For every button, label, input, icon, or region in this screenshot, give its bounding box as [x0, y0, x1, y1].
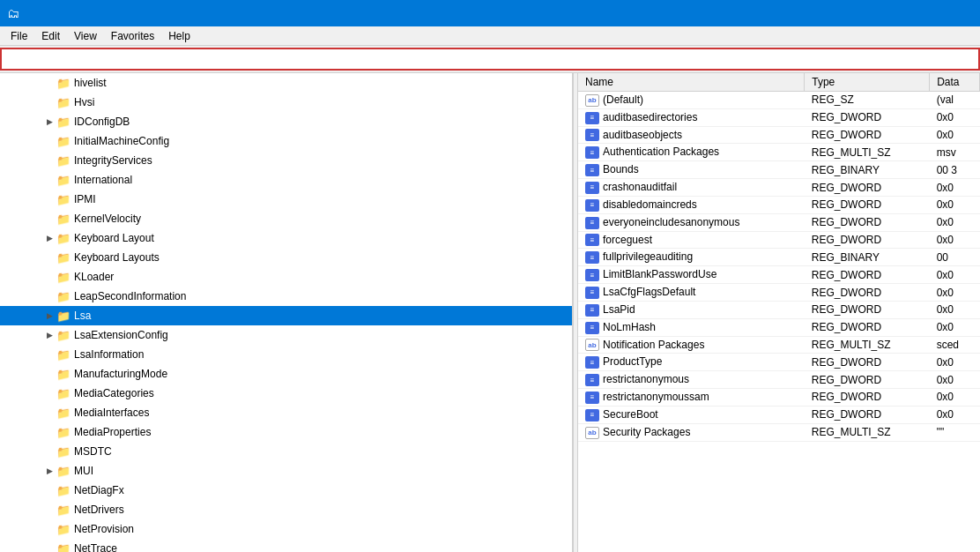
tree-item-international[interactable]: 📁International: [0, 170, 572, 190]
expand-icon-keyboardlayout[interactable]: ▶: [42, 231, 56, 245]
registry-row[interactable]: ≡SecureBootREG_DWORD0x0: [578, 406, 980, 423]
tree-item-lsaextensionconfig[interactable]: ▶📁LsaExtensionConfig: [0, 325, 572, 345]
folder-icon-netdiagfx: 📁: [56, 484, 71, 497]
tree-item-ipmi[interactable]: 📁IPMI: [0, 190, 572, 209]
registry-row[interactable]: ≡auditbasedirectoriesREG_DWORD0x0: [578, 108, 980, 126]
registry-name-text: LsaPid: [603, 303, 635, 316]
tree-item-netdiagfx[interactable]: 📁NetDiagFx: [0, 481, 572, 500]
folder-icon-idconfigdb: 📁: [56, 116, 71, 129]
tree-item-hvsi[interactable]: 📁Hvsi: [0, 93, 572, 112]
registry-row[interactable]: ≡BoundsREG_BINARY00 3: [578, 161, 980, 179]
registry-data-cell: 0x0: [930, 284, 980, 302]
registry-data-cell: 0x0: [930, 406, 980, 423]
registry-name-text: NoLmHash: [603, 321, 656, 333]
tree-item-hivelist[interactable]: 📁hivelist: [0, 73, 572, 93]
tree-item-idconfigdb[interactable]: ▶📁IDConfigDB: [0, 112, 572, 131]
tree-item-lsa[interactable]: ▶📁Lsa: [0, 306, 572, 325]
registry-row[interactable]: abSecurity PackagesREG_MULTI_SZ"": [578, 423, 980, 441]
registry-row[interactable]: ab(Default)REG_SZ(val: [578, 92, 980, 109]
registry-type-icon: ≡: [585, 182, 599, 194]
address-bar[interactable]: [0, 48, 980, 71]
registry-row[interactable]: ≡disabledomaincredsREG_DWORD0x0: [578, 196, 980, 213]
tree-item-keyboardlayout[interactable]: ▶📁Keyboard Layout: [0, 228, 572, 248]
expand-icon-mediaproperties: [42, 425, 56, 439]
registry-data-cell: 0x0: [930, 301, 980, 318]
registry-type-icon: ab: [585, 339, 599, 351]
tree-item-manufacturingmode[interactable]: 📁ManufacturingMode: [0, 364, 572, 384]
registry-row[interactable]: ≡LsaCfgFlagsDefaultREG_DWORD0x0: [578, 284, 980, 302]
col-type[interactable]: Type: [805, 73, 930, 92]
expand-icon-kernelvelocity: [42, 212, 56, 226]
menu-file[interactable]: File: [4, 28, 34, 44]
registry-data-cell: 00 3: [930, 161, 980, 179]
menu-help[interactable]: Help: [161, 28, 197, 44]
registry-row[interactable]: ≡ProductTypeREG_DWORD0x0: [578, 354, 980, 371]
expand-icon-idconfigdb[interactable]: ▶: [42, 115, 56, 129]
registry-row[interactable]: ≡NoLmHashREG_DWORD0x0: [578, 318, 980, 336]
registry-row[interactable]: ≡restrictanonymoussamREG_DWORD0x0: [578, 389, 980, 407]
registry-row[interactable]: ≡forceguestREG_DWORD0x0: [578, 231, 980, 249]
registry-type-icon: ≡: [585, 322, 599, 334]
expand-icon-hvsi: [42, 95, 56, 109]
registry-row[interactable]: ≡fullprivilegeauditingREG_BINARY00: [578, 249, 980, 266]
registry-row[interactable]: ≡auditbaseobjectsREG_DWORD0x0: [578, 126, 980, 144]
registry-name-text: restrictanonymoussam: [603, 391, 709, 403]
menu-favorites[interactable]: Favorites: [104, 28, 161, 44]
tree-item-lsainformation[interactable]: 📁LsaInformation: [0, 345, 572, 364]
maximize-button[interactable]: [892, 0, 932, 26]
menu-view[interactable]: View: [67, 28, 104, 44]
folder-icon-kernelvelocity: 📁: [56, 213, 71, 226]
registry-row[interactable]: ≡restrictanonymousREG_DWORD0x0: [578, 371, 980, 389]
minimize-button[interactable]: [851, 0, 892, 26]
col-name[interactable]: Name: [578, 73, 805, 92]
folder-icon-manufacturingmode: 📁: [56, 368, 71, 381]
tree-item-integrityservices[interactable]: 📁IntegrityServices: [0, 151, 572, 170]
tree-item-mediacategories[interactable]: 📁MediaCategories: [0, 384, 572, 403]
registry-type-icon: ≡: [585, 199, 599, 212]
registry-data-cell: 0x0: [930, 108, 980, 126]
registry-data-cell: msv: [930, 144, 980, 161]
tree-item-msdtc[interactable]: 📁MSDTC: [0, 442, 572, 461]
folder-icon-netprovision: 📁: [56, 523, 71, 536]
tree-item-initialmachineconfig[interactable]: 📁InitialMachineConfig: [0, 131, 572, 151]
registry-type-cell: REG_BINARY: [805, 249, 930, 266]
registry-row[interactable]: ≡LimitBlankPasswordUseREG_DWORD0x0: [578, 266, 980, 284]
tree-label-mediaproperties: MediaProperties: [74, 426, 151, 438]
tree-item-leapsecondinformation[interactable]: 📁LeapSecondInformation: [0, 287, 572, 306]
close-button[interactable]: [932, 0, 973, 26]
tree-item-kloader[interactable]: 📁KLoader: [0, 267, 572, 287]
tree-item-mediaproperties[interactable]: 📁MediaProperties: [0, 422, 572, 442]
folder-icon-nettrace: 📁: [56, 542, 71, 553]
registry-name-cell: ≡forceguest: [578, 231, 805, 249]
registry-row[interactable]: ≡Authentication PackagesREG_MULTI_SZmsv: [578, 144, 980, 161]
menu-edit[interactable]: Edit: [34, 28, 67, 44]
expand-icon-lsaextensionconfig[interactable]: ▶: [42, 328, 56, 342]
registry-row[interactable]: ≡crashonauditfailREG_DWORD0x0: [578, 179, 980, 197]
registry-type-icon: ≡: [585, 269, 599, 281]
registry-type-cell: REG_DWORD: [805, 179, 930, 197]
tree-item-nettrace[interactable]: 📁NetTrace: [0, 539, 572, 552]
registry-row[interactable]: ≡everyoneincludesanonymousREG_DWORD0x0: [578, 213, 980, 231]
tree-pane[interactable]: 📁hivelist📁Hvsi▶📁IDConfigDB📁InitialMachin…: [0, 73, 573, 552]
tree-item-keyboardlayouts[interactable]: 📁Keyboard Layouts: [0, 248, 572, 267]
tree-item-kernelvelocity[interactable]: 📁KernelVelocity: [0, 209, 572, 228]
tree-label-msdtc: MSDTC: [74, 445, 112, 458]
tree-item-mediainterfaces[interactable]: 📁MediaInterfaces: [0, 403, 572, 422]
folder-icon-leapsecondinformation: 📁: [56, 290, 71, 303]
tree-item-netdrivers[interactable]: 📁NetDrivers: [0, 500, 572, 519]
expand-icon-lsa[interactable]: ▶: [42, 309, 56, 323]
tree-label-keyboardlayouts: Keyboard Layouts: [74, 251, 160, 264]
registry-row[interactable]: ≡LsaPidREG_DWORD0x0: [578, 301, 980, 318]
expand-icon-mui[interactable]: ▶: [42, 464, 56, 478]
tree-item-netprovision[interactable]: 📁NetProvision: [0, 519, 572, 539]
registry-type-icon: ≡: [585, 217, 599, 229]
folder-icon-mediacategories: 📁: [56, 387, 71, 400]
col-data[interactable]: Data: [930, 73, 980, 92]
tree-item-mui[interactable]: ▶📁MUI: [0, 461, 572, 481]
tree-label-initialmachineconfig: InitialMachineConfig: [74, 135, 169, 147]
registry-type-cell: REG_DWORD: [805, 371, 930, 389]
registry-row[interactable]: abNotification PackagesREG_MULTI_SZsced: [578, 336, 980, 354]
expand-icon-ipmi: [42, 192, 56, 206]
registry-data-cell: 0x0: [930, 196, 980, 213]
registry-data-cell: 0x0: [930, 318, 980, 336]
